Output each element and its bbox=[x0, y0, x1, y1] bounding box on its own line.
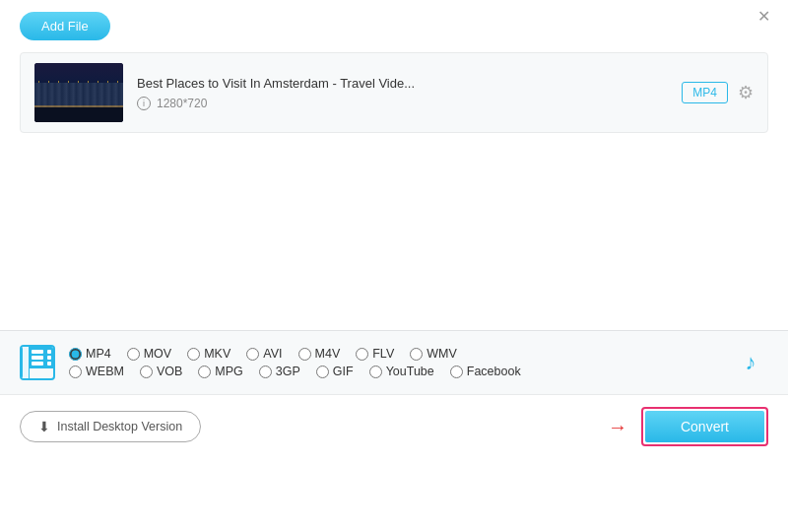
file-title: Best Places to Visit In Amsterdam - Trav… bbox=[137, 76, 668, 91]
film-icon-wrap bbox=[16, 341, 59, 384]
add-file-button[interactable]: Add File bbox=[20, 12, 110, 40]
format-bar: MP4 MOV MKV AVI M4V FLV bbox=[0, 330, 788, 394]
file-thumbnail bbox=[34, 63, 123, 122]
install-button[interactable]: ⬇ Install Desktop Version bbox=[20, 411, 201, 442]
action-bar: ⬇ Install Desktop Version → Convert bbox=[0, 394, 788, 458]
radio-gif-label: GIF bbox=[333, 365, 354, 378]
format-row-2: WEBM VOB MPG 3GP GIF YouTube bbox=[69, 365, 719, 378]
radio-youtube-label: YouTube bbox=[386, 365, 434, 378]
file-actions: MP4 ⚙ bbox=[682, 82, 754, 103]
radio-webm[interactable]: WEBM bbox=[69, 365, 124, 378]
radio-avi[interactable]: AVI bbox=[246, 347, 282, 361]
toolbar: Add File bbox=[0, 0, 788, 52]
right-action: → Convert bbox=[608, 407, 768, 446]
convert-button[interactable]: Convert bbox=[645, 411, 764, 442]
file-item: Best Places to Visit In Amsterdam - Trav… bbox=[21, 53, 767, 132]
radio-mp4-label: MP4 bbox=[86, 347, 111, 361]
radio-mp4[interactable]: MP4 bbox=[69, 347, 111, 361]
file-meta: i 1280*720 bbox=[137, 97, 668, 110]
radio-flv-label: FLV bbox=[372, 347, 394, 361]
info-icon: i bbox=[137, 97, 151, 110]
close-button[interactable]: ✕ bbox=[755, 8, 772, 26]
radio-3gp[interactable]: 3GP bbox=[259, 365, 300, 378]
arrow-icon: → bbox=[608, 416, 627, 438]
music-icon-wrap: ♪ bbox=[729, 341, 772, 384]
radio-flv[interactable]: FLV bbox=[356, 347, 394, 361]
radio-wmv-label: WMV bbox=[427, 347, 457, 361]
file-resolution: 1280*720 bbox=[157, 97, 207, 110]
radio-facebook-label: Facebook bbox=[467, 365, 521, 378]
radio-webm-label: WEBM bbox=[86, 365, 124, 378]
radio-wmv[interactable]: WMV bbox=[410, 347, 457, 361]
download-icon: ⬇ bbox=[38, 419, 50, 434]
install-label: Install Desktop Version bbox=[57, 420, 182, 433]
radio-youtube[interactable]: YouTube bbox=[369, 365, 434, 378]
empty-area bbox=[0, 133, 788, 330]
settings-button[interactable]: ⚙ bbox=[738, 82, 754, 103]
format-badge[interactable]: MP4 bbox=[682, 82, 728, 103]
radio-3gp-label: 3GP bbox=[276, 365, 300, 378]
music-icon: ♪ bbox=[746, 350, 756, 375]
format-options: MP4 MOV MKV AVI M4V FLV bbox=[59, 347, 729, 378]
file-list: Best Places to Visit In Amsterdam - Trav… bbox=[20, 52, 768, 133]
titlebar: ✕ bbox=[755, 8, 772, 26]
radio-gif[interactable]: GIF bbox=[316, 365, 354, 378]
radio-avi-label: AVI bbox=[263, 347, 282, 361]
radio-vob[interactable]: VOB bbox=[140, 365, 182, 378]
format-row-1: MP4 MOV MKV AVI M4V FLV bbox=[69, 347, 719, 361]
radio-mkv[interactable]: MKV bbox=[187, 347, 230, 361]
film-icon bbox=[20, 345, 55, 380]
radio-m4v[interactable]: M4V bbox=[298, 347, 341, 361]
radio-mov[interactable]: MOV bbox=[127, 347, 171, 361]
convert-button-wrap: Convert bbox=[641, 407, 768, 446]
file-info: Best Places to Visit In Amsterdam - Trav… bbox=[137, 76, 668, 110]
radio-mov-label: MOV bbox=[144, 347, 171, 361]
radio-vob-label: VOB bbox=[157, 365, 182, 378]
radio-m4v-label: M4V bbox=[315, 347, 341, 361]
radio-mpg-label: MPG bbox=[215, 365, 242, 378]
radio-mkv-label: MKV bbox=[204, 347, 230, 361]
radio-mpg[interactable]: MPG bbox=[198, 365, 242, 378]
radio-facebook[interactable]: Facebook bbox=[450, 365, 521, 378]
